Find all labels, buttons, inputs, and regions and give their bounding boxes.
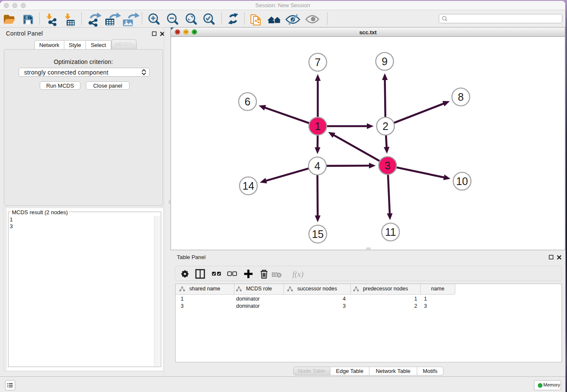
svg-text:2: 2 (383, 120, 388, 132)
svg-text:14: 14 (242, 180, 254, 192)
svg-text:8: 8 (458, 91, 464, 103)
svg-text:4: 4 (314, 160, 320, 172)
svg-text:15: 15 (312, 228, 324, 240)
svg-text:f(x): f(x) (292, 270, 303, 279)
svg-text:11: 11 (385, 226, 396, 238)
svg-text:10: 10 (456, 175, 468, 187)
svg-text:6: 6 (245, 96, 250, 108)
svg-text:9: 9 (382, 55, 388, 67)
svg-text:7: 7 (315, 56, 321, 68)
svg-text:1: 1 (315, 120, 321, 132)
svg-text:3: 3 (385, 160, 391, 171)
